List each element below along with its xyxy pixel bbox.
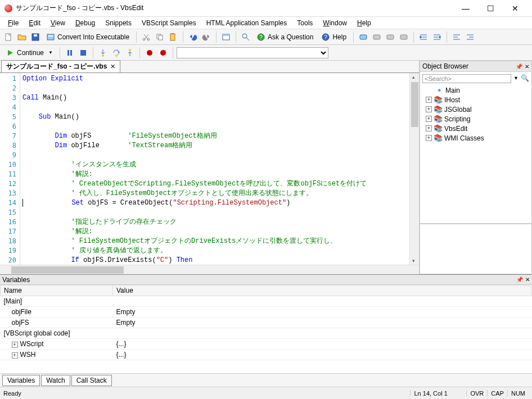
target-combo[interactable]: [177, 47, 328, 58]
toolbar-debug: Continue▼: [0, 45, 532, 61]
menu-vbscript-samples[interactable]: VBScript Samples: [137, 18, 201, 28]
code-area[interactable]: 123456789101112131415161718192021 Option…: [0, 73, 419, 265]
redo-icon[interactable]: [200, 31, 213, 43]
help-button[interactable]: ?Help: [318, 31, 350, 43]
comment-icon[interactable]: [357, 31, 369, 43]
window-title: サンプルコード_fso - コピー.vbs - VbsEdit: [16, 3, 453, 13]
svg-text:?: ?: [324, 34, 328, 40]
tab-close-icon[interactable]: ✕: [110, 63, 115, 70]
breakpoint-icon[interactable]: [143, 47, 156, 59]
menu-edit[interactable]: Edit: [24, 18, 45, 28]
var-row[interactable]: [VBScript global code]: [1, 328, 532, 339]
vertical-scrollbar[interactable]: [409, 73, 419, 265]
object-search-input[interactable]: [422, 74, 511, 83]
detail-panel: [420, 224, 532, 274]
status-num: NUM: [507, 390, 529, 397]
line-gutter[interactable]: 123456789101112131415161718192021: [0, 73, 20, 265]
col-value[interactable]: Value: [113, 285, 532, 296]
save-icon[interactable]: [29, 31, 42, 43]
var-row[interactable]: +WSH{...}: [1, 350, 532, 360]
menu-file[interactable]: File: [3, 18, 23, 28]
var-row[interactable]: +WScript{...}: [1, 339, 532, 350]
tree-item-main[interactable]: 🔹Main: [422, 85, 529, 95]
find-icon[interactable]: [240, 31, 252, 43]
expand-icon[interactable]: +: [12, 352, 18, 359]
menu-html-application-samples[interactable]: HTML Application Samples: [202, 18, 292, 28]
format-icon[interactable]: [450, 31, 463, 43]
indent-icon[interactable]: [417, 31, 430, 43]
svg-rect-2: [34, 34, 37, 37]
side-panels: Object Browser 📌✕ ▼ 🔍 🔹Main+📚IHost+📚JSGl…: [420, 61, 532, 274]
editor-panel: サンプルコード_fso - コピー.vbs ✕ 1234567891011121…: [0, 61, 420, 274]
menu-snippets[interactable]: Snippets: [101, 18, 136, 28]
tree-item-scripting[interactable]: +📚Scripting: [422, 114, 529, 124]
package-icon: 📚: [434, 124, 443, 133]
hscroll-thumb[interactable]: [11, 266, 124, 274]
bookmark-icon[interactable]: [384, 31, 396, 43]
uncomment-icon[interactable]: [371, 31, 383, 43]
tree-item-vbsedit[interactable]: +📚VbsEdit: [422, 124, 529, 133]
minimize-button[interactable]: —: [453, 0, 478, 17]
expand-icon[interactable]: +: [426, 97, 432, 103]
convert-executable-button[interactable]: Convert Into Executable: [43, 31, 133, 43]
open-file-icon[interactable]: [16, 31, 28, 43]
expand-icon[interactable]: +: [426, 116, 432, 122]
package-icon: 📚: [434, 96, 443, 104]
panel-close-icon[interactable]: ✕: [525, 276, 530, 283]
var-row[interactable]: [Main]: [1, 296, 532, 307]
col-name[interactable]: Name: [1, 285, 113, 296]
tree-label: VbsEdit: [444, 125, 467, 133]
copy-icon[interactable]: [154, 31, 166, 43]
object-browser-header: Object Browser 📌✕: [420, 61, 532, 72]
bottom-tab-call-stack[interactable]: Call Stack: [71, 375, 112, 386]
find-icon[interactable]: 🔍: [521, 74, 529, 83]
step-over-icon[interactable]: [110, 47, 123, 59]
menu-view[interactable]: View: [46, 18, 70, 28]
var-row[interactable]: objFileEmpty: [1, 307, 532, 318]
pin-icon[interactable]: 📌: [516, 64, 522, 70]
ask-question-button[interactable]: ?Ask a Question: [253, 31, 317, 43]
expand-icon[interactable]: +: [426, 125, 432, 132]
step-into-icon[interactable]: [97, 47, 109, 59]
continue-button[interactable]: Continue▼: [2, 47, 56, 58]
expand-icon[interactable]: +: [426, 135, 432, 141]
expand-icon[interactable]: +: [12, 342, 18, 348]
bottom-tab-variables[interactable]: Variables: [2, 375, 40, 386]
svg-point-25: [102, 55, 104, 57]
tree-item-jsglobal[interactable]: +📚JSGlobal: [422, 105, 529, 114]
breakpoint2-icon[interactable]: [157, 47, 169, 59]
menu-debug[interactable]: Debug: [71, 18, 100, 28]
var-row[interactable]: objFSEmpty: [1, 318, 532, 328]
close-button[interactable]: ✕: [503, 0, 528, 17]
pause-icon[interactable]: [64, 47, 76, 59]
tree-item-ihost[interactable]: +📚IHost: [422, 95, 529, 105]
format2-icon[interactable]: [464, 31, 476, 43]
stop-icon[interactable]: [77, 47, 89, 59]
search-dropdown-icon[interactable]: ▼: [512, 74, 520, 83]
variables-table[interactable]: Name Value [Main]objFileEmptyobjFSEmpty[…: [0, 285, 532, 373]
object-tree[interactable]: 🔹Main+📚IHost+📚JSGlobal+📚Scripting+📚VbsEd…: [421, 84, 530, 144]
bookmark2-icon[interactable]: [398, 31, 410, 43]
maximize-button[interactable]: ☐: [478, 0, 503, 17]
menu-help[interactable]: Help: [353, 18, 376, 28]
bottom-tab-watch[interactable]: Watch: [41, 375, 70, 386]
menu-window[interactable]: Window: [318, 18, 351, 28]
help-label: Help: [332, 33, 346, 41]
cut-icon[interactable]: [140, 31, 152, 43]
pin-icon[interactable]: 📌: [516, 276, 523, 283]
code-text[interactable]: Option Explicit Call Main() Sub Main() D…: [20, 73, 409, 265]
vscroll-thumb[interactable]: [411, 82, 418, 127]
expand-icon[interactable]: +: [426, 106, 432, 112]
editor-tab[interactable]: サンプルコード_fso - コピー.vbs ✕: [1, 60, 120, 72]
paste-icon[interactable]: [167, 31, 179, 43]
step-out-icon[interactable]: [124, 47, 136, 59]
tree-item-wmi-classes[interactable]: +📚WMI Classes: [422, 133, 529, 143]
menu-tools[interactable]: Tools: [292, 18, 317, 28]
tab-label: サンプルコード_fso - コピー.vbs: [6, 62, 107, 71]
outdent-icon[interactable]: [431, 31, 443, 43]
undo-icon[interactable]: [187, 31, 199, 43]
panel-close-icon[interactable]: ✕: [525, 64, 529, 70]
window-icon[interactable]: [220, 31, 232, 43]
new-file-icon[interactable]: [2, 31, 15, 43]
horizontal-scrollbar[interactable]: [0, 265, 419, 274]
